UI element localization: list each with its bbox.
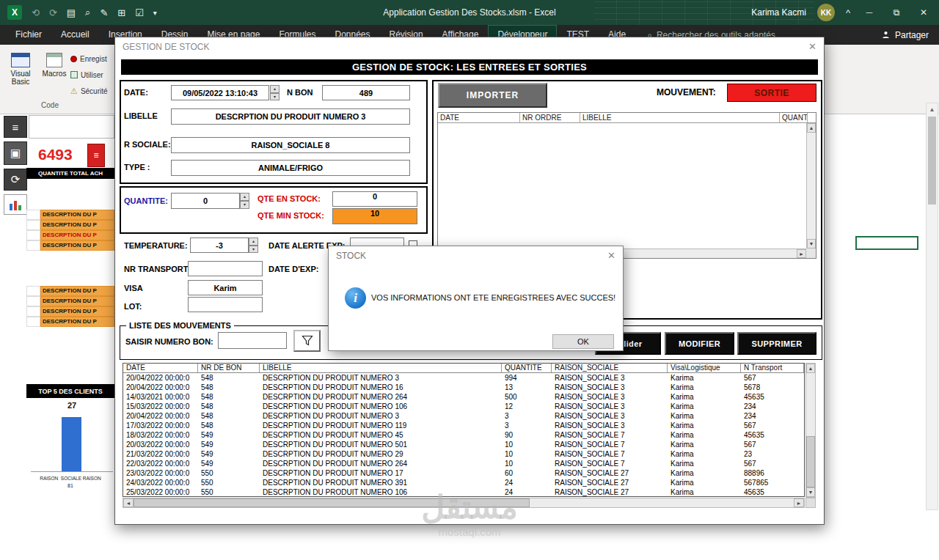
table-header-cell[interactable]: DATE [123, 364, 198, 372]
table-row[interactable]: 24/03/2022 00:00:0550DESCRPTION DU PRODU… [123, 478, 804, 487]
refresh-icon[interactable]: ⟳ [4, 169, 27, 191]
filter-button[interactable] [293, 330, 321, 352]
macros-button[interactable]: Macros [38, 48, 70, 108]
nbon-input[interactable] [322, 85, 410, 100]
ok-button[interactable]: OK [552, 334, 614, 349]
scroll-up-icon[interactable]: ▲ [807, 123, 816, 133]
supprimer-button[interactable]: SUPPRIMER [737, 332, 816, 355]
table-header-cell[interactable]: LIBELLE [260, 364, 502, 372]
table-row[interactable]: 20/03/2022 00:00:0549DESCRPTION DU PRODU… [123, 440, 804, 449]
quick-access-caret-icon[interactable]: ▾ [153, 9, 157, 17]
lot-input[interactable] [188, 297, 263, 312]
spin-down-icon[interactable]: ▾ [249, 246, 258, 254]
table-row[interactable]: 20/04/2022 00:00:0548DESCRPTION DU PRODU… [123, 411, 804, 421]
menu-icon[interactable]: ≡ [4, 116, 27, 138]
product-row[interactable]: DESCRPTION DU P [26, 230, 114, 240]
minimize-button[interactable]: ─ [861, 7, 877, 18]
table-row[interactable]: 14/03/2021 00:00:0548DESCRPTION DU PRODU… [123, 392, 804, 402]
table-row[interactable]: 25/03/2022 00:00:0550DESCRPTION DU PRODU… [123, 487, 804, 497]
table-row[interactable]: 20/04/2022 00:00:0548DESCRPTION DU PRODU… [123, 373, 804, 383]
quick-access-icon-3[interactable]: ✎ [100, 7, 108, 18]
table-row[interactable]: 20/04/2022 00:00:0548DESCRPTION DU PRODU… [123, 383, 804, 392]
scroll-up-icon[interactable]: ▲ [806, 364, 815, 373]
product-row[interactable]: DESCRPTION DU P [26, 317, 114, 327]
product-row[interactable]: DESCRPTION DU P [26, 286, 114, 296]
record-macro-button[interactable]: Enregist [70, 52, 116, 65]
spin-down-icon[interactable]: ▾ [240, 201, 249, 209]
nr-transport-input[interactable] [188, 261, 263, 276]
share-button[interactable]: Partager [881, 30, 929, 40]
quick-access-icon-5[interactable]: ☑ [135, 7, 144, 18]
raison-sociale-input[interactable] [171, 137, 410, 153]
selected-cell[interactable] [855, 236, 918, 250]
user-name[interactable]: Karima Kacmi [751, 7, 806, 18]
sheet-textbox[interactable] [29, 115, 114, 139]
close-button[interactable]: ✕ [916, 7, 932, 18]
product-row[interactable]: DESCRPTION DU P [26, 220, 114, 230]
table-vertical-scrollbar[interactable]: ▲ ▼ [805, 363, 816, 498]
entries-listbox[interactable]: DATENR ORDRELIBELLEQUANT ▲ ▼ ◄ ► [437, 112, 816, 259]
mouvement-toggle-button[interactable]: SORTIE [727, 84, 816, 102]
quantite-spinner[interactable]: ▴▾ [240, 193, 249, 209]
scroll-right-icon[interactable]: ► [797, 249, 806, 258]
worksheet-vertical-scrollbar[interactable]: ▲ [926, 103, 938, 510]
table-row[interactable]: 22/03/2022 00:00:0549DESCRPTION DU PRODU… [123, 459, 804, 468]
table-row[interactable]: 23/03/2022 00:00:0550DESCRPTION DU PRODU… [123, 468, 804, 478]
temperature-input[interactable] [190, 237, 249, 253]
table-header-cell[interactable]: NR DE BON [198, 364, 260, 372]
scrollbar-thumb[interactable] [928, 117, 936, 205]
modifier-button[interactable]: MODIFIER [665, 332, 734, 355]
form-close-icon[interactable]: ✕ [808, 41, 816, 52]
scroll-right-icon[interactable]: ► [794, 498, 804, 507]
spin-up-icon[interactable]: ▴ [240, 193, 249, 201]
spin-up-icon[interactable]: ▴ [249, 237, 258, 246]
maximize-button[interactable]: ⧉ [888, 7, 905, 18]
ribbon-display-options-icon[interactable]: ^ [846, 7, 850, 18]
scroll-up-icon[interactable]: ▲ [927, 103, 938, 115]
saisir-numero-bon-input[interactable] [218, 332, 287, 349]
macro-security-button[interactable]: ⚠ Sécurité [70, 84, 116, 97]
tab-fichier[interactable]: Fichier [6, 25, 51, 45]
table-row[interactable]: 18/03/2022 00:00:0549DESCRPTION DU PRODU… [123, 430, 804, 440]
redo-icon[interactable]: ⟳ [49, 7, 57, 18]
scroll-down-icon[interactable]: ▼ [806, 487, 815, 497]
entries-vertical-scrollbar[interactable]: ▲ ▼ [806, 123, 816, 248]
dialog-close-icon[interactable]: ✕ [607, 250, 615, 261]
package-icon[interactable]: ▣ [4, 141, 27, 165]
table-header-cell[interactable]: Visa\Logistique [668, 364, 741, 372]
table-row[interactable]: 21/03/2022 00:00:0549DESCRPTION DU PRODU… [123, 449, 804, 459]
temperature-spinner[interactable]: ▴▾ [249, 237, 258, 253]
product-row[interactable]: DESCRPTION DU P [26, 210, 114, 220]
mouvements-table-body[interactable]: 20/04/2022 00:00:0548DESCRPTION DU PRODU… [123, 373, 804, 497]
type-input[interactable] [171, 160, 410, 176]
spin-down-icon[interactable]: ▾ [270, 93, 279, 101]
avatar[interactable]: KK [817, 4, 835, 21]
product-row[interactable]: DESCRPTION DU P [26, 296, 114, 306]
chart-icon[interactable] [4, 194, 27, 215]
product-row[interactable]: DESCRPTION DU P [26, 240, 114, 251]
visa-input[interactable] [188, 280, 263, 295]
scrollbar-thumb[interactable] [806, 436, 815, 487]
undo-icon[interactable]: ⟲ [32, 7, 40, 18]
spin-up-icon[interactable]: ▴ [270, 85, 279, 93]
table-header-cell[interactable]: N Transport [741, 364, 804, 372]
scroll-down-icon[interactable]: ▼ [807, 239, 816, 248]
quantite-input[interactable] [171, 193, 240, 209]
quick-access-icon-2[interactable]: ⌕ [85, 7, 90, 18]
table-horizontal-scrollbar[interactable]: ◄ ► [123, 498, 805, 508]
importer-button[interactable]: IMPORTER [438, 83, 547, 108]
scrollbar-thumb[interactable] [134, 498, 530, 507]
table-header-cell[interactable]: QUANTITE [502, 364, 552, 372]
date-spinner[interactable]: ▴▾ [270, 85, 279, 100]
tab-accueil[interactable]: Accueil [51, 25, 99, 45]
quick-access-icon-4[interactable]: ⊞ [117, 7, 125, 18]
scroll-left-icon[interactable]: ◄ [123, 498, 134, 507]
relative-references-button[interactable]: Utiliser [70, 68, 116, 81]
table-row[interactable]: 15/03/2022 00:00:0548DESCRPTION DU PRODU… [123, 402, 804, 411]
date-input[interactable] [171, 85, 269, 100]
table-row[interactable]: 17/03/2022 00:00:0548DESCRPTION DU PRODU… [123, 421, 804, 430]
quick-access-icon-1[interactable]: ▤ [67, 7, 76, 18]
product-row[interactable]: DESCRPTION DU P [26, 306, 114, 317]
libelle-input[interactable] [171, 108, 410, 125]
visual-basic-button[interactable]: Visual Basic [4, 48, 37, 108]
